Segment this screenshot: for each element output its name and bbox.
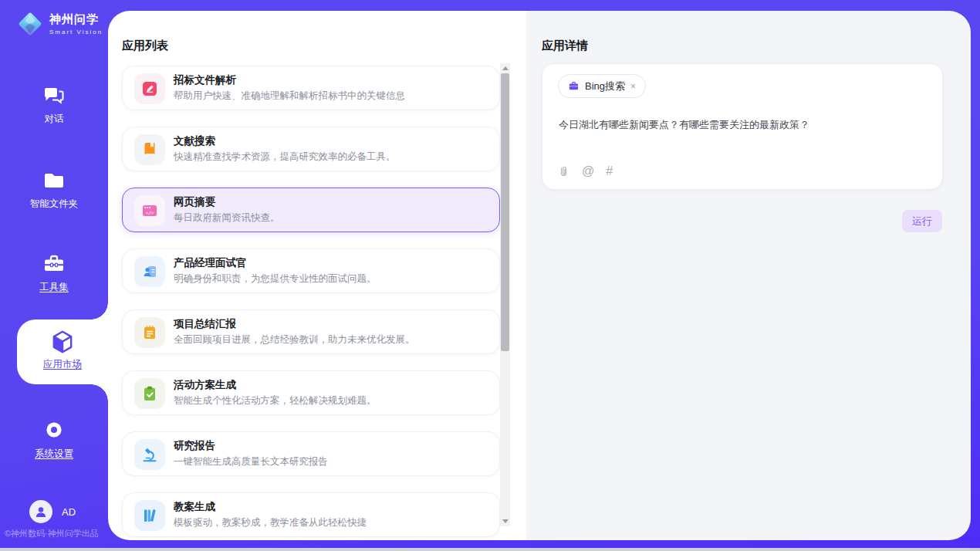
sidebar-item-settings[interactable]: 系统设置 xyxy=(0,417,108,461)
main-content: 应用列表 招标文件解析 帮助用户快速、准确地理解和解析招标书中的关键信息 xyxy=(108,11,971,540)
app-card-title: 项目总结汇报 xyxy=(174,317,236,331)
copyright-note: ©神州数码·神州问学出品 xyxy=(5,528,99,539)
avatar xyxy=(29,500,52,523)
book-icon xyxy=(134,134,165,165)
app-detail-panel: 应用详情 Bing搜索 × 今日湖北有哪些新闻要点？有哪些需要关注的最新政策？ xyxy=(526,11,971,540)
app-card-desc: 智能生成个性化活动方案，轻松解决规划难题。 xyxy=(174,394,377,407)
app-card-desc: 一键智能生成高质量长文本研究报告 xyxy=(174,455,328,468)
clipboard-check-icon xyxy=(134,378,165,409)
research-icon xyxy=(134,439,165,470)
briefcase-icon xyxy=(568,80,580,92)
books-icon xyxy=(134,500,165,531)
notepad-icon xyxy=(134,317,165,348)
svg-text:</>: </> xyxy=(146,210,154,215)
cube-icon xyxy=(49,329,76,355)
sidebar-item-chat[interactable]: 对话 xyxy=(0,83,108,126)
gear-icon xyxy=(41,417,67,443)
window-bottom-edge xyxy=(0,548,980,551)
app-card-desc: 全面回顾项目进展，总结经验教训，助力未来优化发展。 xyxy=(174,333,415,346)
app-list-title: 应用列表 xyxy=(122,39,168,53)
toolbox-icon xyxy=(42,252,66,276)
sidebar-item-label: 应用市场 xyxy=(17,358,108,371)
sidebar-item-toolset[interactable]: 工具集 xyxy=(0,252,108,294)
prompt-toolbar: @ # xyxy=(557,164,613,178)
app-card-research-report[interactable]: 研究报告 一键智能生成高质量长文本研究报告 xyxy=(122,431,500,476)
hashtag-icon[interactable]: # xyxy=(606,164,613,178)
sidebar-item-app-market[interactable]: 应用市场 xyxy=(17,319,108,384)
app-card-title: 产品经理面试官 xyxy=(174,256,247,270)
folder-icon xyxy=(42,168,66,193)
app-card-literature-search[interactable]: 文献搜索 快速精准查找学术资源，提高研究效率的必备工具。 xyxy=(122,127,500,171)
app-card-project-summary[interactable]: 项目总结汇报 全面回顾项目进展，总结经验教训，助力未来优化发展。 xyxy=(122,309,500,354)
app-logo: 神州问学 Smart Vision xyxy=(15,9,103,39)
app-card-title: 教案生成 xyxy=(174,500,215,514)
app-name: 神州问学 xyxy=(49,12,103,27)
app-window: 神州问学 Smart Vision 对话 智能文件夹 xyxy=(0,0,980,551)
browser-icon: </> xyxy=(134,195,165,226)
app-card-desc: 模板驱动，教案秒成，教学准备从此轻松快捷 xyxy=(174,516,367,529)
app-card-desc: 明确身份和职责，为您提供专业性的面试问题。 xyxy=(174,272,377,286)
interviewer-icon xyxy=(134,256,165,287)
user-account[interactable]: AD xyxy=(29,500,76,523)
sidebar-item-label: 工具集 xyxy=(0,281,108,294)
sidebar-item-label: 系统设置 xyxy=(0,448,108,461)
edit-icon xyxy=(134,73,165,104)
sidebar-item-label: 智能文件夹 xyxy=(0,198,108,211)
app-list-panel: 应用列表 招标文件解析 帮助用户快速、准确地理解和解析招标书中的关键信息 xyxy=(108,11,526,540)
app-detail-title: 应用详情 xyxy=(542,39,588,53)
sidebar-item-smart-folder[interactable]: 智能文件夹 xyxy=(0,168,108,211)
prompt-card: Bing搜索 × 今日湖北有哪些新闻要点？有哪些需要关注的最新政策？ @ # xyxy=(542,63,943,190)
logo-diamond-icon xyxy=(15,9,45,39)
attachment-icon[interactable] xyxy=(557,165,570,178)
run-button[interactable]: 运行 xyxy=(902,210,942,232)
sidebar-item-label: 对话 xyxy=(0,113,108,126)
prompt-input[interactable]: 今日湖北有哪些新闻要点？有哪些需要关注的最新政策？ xyxy=(559,117,928,133)
app-card-pm-interviewer[interactable]: 产品经理面试官 明确身份和职责，为您提供专业性的面试问题。 xyxy=(122,248,500,293)
scroll-up-icon[interactable] xyxy=(502,66,509,70)
app-card-title: 文献搜索 xyxy=(174,134,215,148)
app-card-web-summary[interactable]: </> 网页摘要 每日政府新闻资讯快查。 xyxy=(122,188,500,232)
tool-chip-label: Bing搜索 xyxy=(585,79,625,93)
user-initials: AD xyxy=(62,506,76,518)
list-scrollbar[interactable] xyxy=(500,63,510,526)
scrollbar-thumb[interactable] xyxy=(501,73,509,351)
app-card-bid-parsing[interactable]: 招标文件解析 帮助用户快速、准确地理解和解析招标书中的关键信息 xyxy=(122,66,500,110)
app-card-lesson-plan[interactable]: 教案生成 模板驱动，教案秒成，教学准备从此轻松快捷 xyxy=(122,492,500,537)
scroll-down-icon[interactable] xyxy=(502,519,509,523)
app-subtitle: Smart Vision xyxy=(49,29,103,35)
app-card-title: 招标文件解析 xyxy=(174,73,236,87)
person-icon xyxy=(33,504,49,519)
app-card-event-plan[interactable]: 活动方案生成 智能生成个性化活动方案，轻松解决规划难题。 xyxy=(122,370,500,415)
app-card-title: 网页摘要 xyxy=(174,195,215,209)
app-card-title: 研究报告 xyxy=(174,439,215,453)
app-card-desc: 帮助用户快速、准确地理解和解析招标书中的关键信息 xyxy=(174,90,405,103)
app-card-desc: 快速精准查找学术资源，提高研究效率的必备工具。 xyxy=(174,150,396,164)
app-card-title: 活动方案生成 xyxy=(174,378,236,392)
mention-icon[interactable]: @ xyxy=(582,164,594,178)
close-icon[interactable]: × xyxy=(630,81,636,92)
tool-chip-bing-search[interactable]: Bing搜索 × xyxy=(558,74,646,98)
app-card-desc: 每日政府新闻资讯快查。 xyxy=(174,211,280,225)
sidebar: 神州问学 Smart Vision 对话 智能文件夹 xyxy=(0,0,108,551)
chat-icon xyxy=(42,83,66,108)
